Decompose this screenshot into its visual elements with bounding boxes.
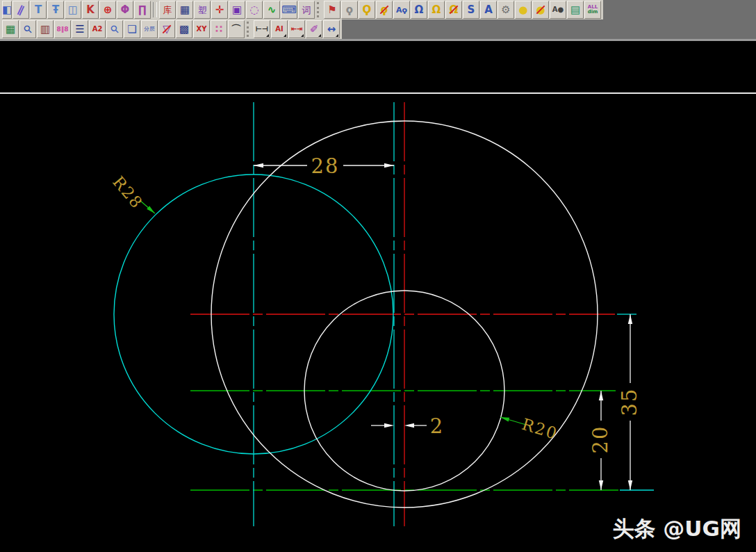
hatch-lines-icon[interactable]: ∥ bbox=[13, 1, 29, 19]
pipe-fitting-icon[interactable]: ∏ bbox=[134, 1, 151, 19]
dim-35-arrow-1 bbox=[628, 314, 632, 324]
dim-20-arrow-2 bbox=[599, 480, 603, 490]
unlock-icon[interactable]: Ω bbox=[428, 1, 445, 19]
bolt-icon[interactable]: Φ bbox=[117, 1, 133, 19]
gear-icon[interactable]: ⚙ bbox=[498, 1, 514, 19]
list-icon[interactable]: ☰ bbox=[72, 20, 88, 38]
point-cross-icon[interactable]: ✛ bbox=[211, 1, 228, 19]
clipped-tool-icon[interactable]: ◧ bbox=[2, 1, 12, 19]
center-target-icon-glyph: ⊕ bbox=[104, 5, 113, 15]
s-drag-icon-glyph: S bbox=[468, 5, 475, 15]
dim-angle-icon-glyph: ↔ bbox=[327, 24, 336, 35]
text-color-icon-glyph: A● bbox=[552, 6, 564, 13]
dashed-circle-icon[interactable]: ◌ bbox=[246, 1, 263, 19]
dim-linear-icon[interactable]: ⊢⊣ bbox=[254, 20, 270, 38]
punch-top-icon-glyph: T bbox=[35, 5, 42, 15]
xy-icon[interactable]: XY bbox=[193, 20, 210, 38]
table-icon[interactable]: ▦ bbox=[176, 1, 193, 19]
s-drag-icon[interactable]: S bbox=[463, 1, 479, 19]
mold-icon-glyph: 塑 bbox=[198, 6, 207, 15]
zoom-detail-icon-glyph: ⚲ bbox=[22, 23, 34, 35]
a-drag-icon[interactable]: A bbox=[480, 1, 497, 19]
image-icon[interactable]: ▥ bbox=[37, 20, 54, 38]
toolbar-row-2-panel: ▦⚲▥8‖8☰A2⚲❏分层▽▩XY∷⌒⊢⊣AI⇤⇥✐↔ bbox=[0, 19, 342, 39]
lock-off-icon-glyph: Ω bbox=[450, 5, 459, 15]
pipe-fitting-icon-glyph: ∏ bbox=[138, 5, 147, 15]
toolbar-row-1: ◧∥TŦ◫K⊕Φ∏库▦塑✛▣◌∿⌨词⚑ϙϘϙAϙΩΩΩSA⚙●●A●▤ALLdi… bbox=[0, 0, 756, 19]
dim-20-text: 20 bbox=[589, 425, 612, 454]
layer-color-off-icon[interactable]: ● bbox=[532, 1, 549, 19]
application-window: 2822035R28R20 头条 @UG网 ◧∥TŦ◫K⊕Φ∏库▦塑✛▣◌∿⌨词… bbox=[0, 0, 756, 552]
layers-stack-icon[interactable]: ▤ bbox=[567, 1, 584, 19]
center-target-icon[interactable]: ⊕ bbox=[99, 1, 116, 19]
zoom-icon[interactable]: ⚲ bbox=[106, 20, 123, 38]
curve-s-icon[interactable]: ∿ bbox=[263, 1, 280, 19]
layer-color-icon-glyph: ● bbox=[518, 5, 527, 15]
layer-off-icon[interactable]: ϙ bbox=[341, 1, 358, 19]
all-dim-icon[interactable]: ALLdim bbox=[584, 1, 601, 19]
layer-color-off-icon-glyph: ● bbox=[536, 5, 545, 15]
layer-color-icon[interactable]: ● bbox=[515, 1, 532, 19]
layer-flag-icon[interactable]: ⚑ bbox=[324, 1, 340, 19]
sheet-grid-icon-glyph: ▦ bbox=[6, 24, 15, 35]
arc-icon-glyph: ⌒ bbox=[231, 24, 242, 35]
spline-k-icon[interactable]: K bbox=[82, 1, 99, 19]
lock-off-icon[interactable]: Ω bbox=[445, 1, 462, 19]
toolbar-row-2: ▦⚲▥8‖8☰A2⚲❏分层▽▩XY∷⌒⊢⊣AI⇤⇥✐↔ bbox=[0, 19, 756, 39]
layer-split-icon[interactable]: 分层 bbox=[141, 20, 158, 38]
dim-r20-arrow bbox=[500, 417, 509, 422]
grid-color-icon-glyph: ▩ bbox=[179, 24, 189, 35]
toolbar-grip[interactable] bbox=[317, 2, 322, 17]
punch-top-icon[interactable]: T bbox=[30, 1, 47, 19]
word-icon[interactable]: 词 bbox=[298, 1, 315, 19]
nodes-icon-glyph: ∷ bbox=[215, 24, 222, 35]
lock-icon[interactable]: Ω bbox=[411, 1, 427, 19]
filter-off-icon[interactable]: ▽ bbox=[158, 20, 175, 38]
toolbar-grip[interactable] bbox=[247, 22, 252, 37]
dim-text-icon[interactable]: AI bbox=[271, 20, 288, 38]
drawing-canvas[interactable]: 2822035R28R20 头条 @UG网 bbox=[0, 0, 756, 552]
all-dim-icon-glyph: ALLdim bbox=[588, 5, 598, 15]
layer-on-icon[interactable]: Ϙ bbox=[359, 1, 375, 19]
dim-r28-text: R28 bbox=[109, 172, 147, 212]
dim-28-arrow-1 bbox=[254, 163, 263, 168]
a2-sheet-icon[interactable]: A2 bbox=[89, 20, 106, 38]
dashed-circle-icon-glyph: ◌ bbox=[249, 5, 258, 15]
mold-icon[interactable]: 塑 bbox=[194, 1, 211, 19]
dim-edit-icon[interactable]: ✐ bbox=[306, 20, 322, 38]
layer-flag-icon-glyph: ⚑ bbox=[327, 5, 336, 15]
punch-die-icon[interactable]: Ŧ bbox=[47, 1, 64, 19]
arc-icon[interactable]: ⌒ bbox=[228, 20, 245, 38]
match-8-icon[interactable]: 8‖8 bbox=[54, 20, 71, 38]
library-icon[interactable]: 库 bbox=[159, 1, 176, 19]
spline-k-icon-glyph: K bbox=[86, 5, 94, 15]
toolbar-separator bbox=[153, 2, 157, 17]
clipped-tool-icon-glyph: ◧ bbox=[2, 5, 12, 15]
dim-2-arrow-2 bbox=[404, 423, 414, 428]
zoom-icon-glyph: ⚲ bbox=[108, 23, 121, 35]
zoom-detail-icon[interactable]: ⚲ bbox=[19, 20, 36, 38]
box-3d-icon[interactable]: ❏ bbox=[124, 20, 140, 38]
dim-angle-icon[interactable]: ↔ bbox=[323, 20, 340, 38]
a-drag-icon-glyph: A bbox=[484, 5, 493, 15]
dim-2-text: 2 bbox=[430, 414, 444, 438]
hatch-lines-icon-glyph: ∥ bbox=[16, 4, 25, 16]
xy-icon-glyph: XY bbox=[197, 26, 207, 33]
dim-baseline-icon[interactable]: ⇤⇥ bbox=[288, 20, 305, 38]
text-color-icon[interactable]: A● bbox=[550, 1, 566, 19]
block-insert-icon[interactable]: ▣ bbox=[229, 1, 245, 19]
layer-freeze-icon[interactable]: ϙ bbox=[376, 1, 393, 19]
nodes-icon[interactable]: ∷ bbox=[211, 20, 227, 38]
bolt-icon-glyph: Φ bbox=[121, 5, 130, 15]
layer-on-icon-glyph: Ϙ bbox=[363, 5, 372, 15]
toolbar-area: ◧∥TŦ◫K⊕Φ∏库▦塑✛▣◌∿⌨词⚑ϙϘϙAϙΩΩΩSA⚙●●A●▤ALLdi… bbox=[0, 0, 756, 41]
column-icon[interactable]: ◫ bbox=[65, 1, 81, 19]
grid-color-icon[interactable]: ▩ bbox=[176, 20, 192, 38]
column-icon-glyph: ◫ bbox=[68, 5, 78, 15]
sheet-grid-icon[interactable]: ▦ bbox=[2, 20, 19, 38]
point-cross-icon-glyph: ✛ bbox=[215, 5, 224, 15]
layer-text-icon[interactable]: Aϙ bbox=[393, 1, 410, 19]
word-icon-glyph: 词 bbox=[302, 6, 311, 15]
unlock-icon-glyph: Ω bbox=[432, 5, 441, 15]
keyboard-icon[interactable]: ⌨ bbox=[281, 1, 297, 19]
